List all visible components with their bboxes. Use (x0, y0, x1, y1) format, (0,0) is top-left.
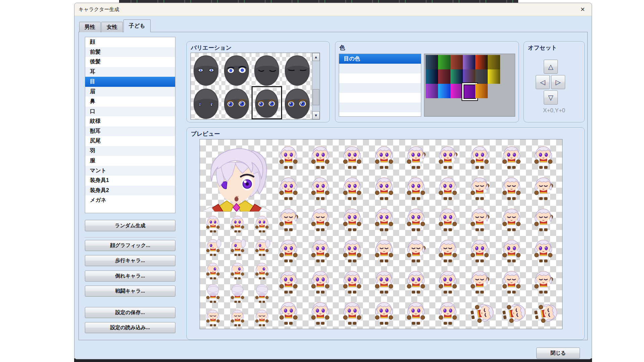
palette-swatch[interactable] (450, 84, 463, 98)
preview-sprite (497, 235, 526, 263)
variation-thumbnail[interactable] (252, 53, 282, 86)
palette-swatch[interactable] (450, 55, 463, 69)
preview-sprite (466, 204, 494, 232)
offset-right-button[interactable]: ▷ (551, 75, 565, 89)
color-feature-empty-row (339, 73, 421, 83)
preview-sprite (434, 204, 462, 232)
tab-female[interactable]: 女性 (101, 22, 123, 32)
scrollbar-thumb[interactable] (313, 89, 319, 105)
palette-swatch[interactable] (450, 69, 463, 84)
scroll-down-icon[interactable]: ▼ (312, 111, 320, 119)
preview-sprite (497, 266, 526, 295)
color-feature-list: 目の色 (339, 54, 421, 117)
parts-list-item[interactable]: 眉 (85, 87, 175, 97)
preview-sprite (203, 236, 223, 257)
palette-swatch[interactable] (426, 55, 438, 69)
preview-sprite (529, 173, 557, 201)
preview-sprite (306, 235, 334, 263)
parts-list-item[interactable]: 前髪 (85, 47, 175, 57)
parts-list-item[interactable]: 紋様 (85, 116, 175, 126)
parts-list-item[interactable]: 耳 (85, 67, 175, 77)
parts-list-item[interactable]: マント (85, 166, 175, 176)
color-feature-empty-row (339, 93, 421, 103)
color-feature-item[interactable]: 目の色 (339, 54, 421, 64)
palette-swatch[interactable] (438, 69, 450, 84)
parts-list-item[interactable]: 装身具2 (85, 186, 175, 196)
preview-sprite (402, 266, 430, 295)
offset-up-button[interactable]: △ (544, 60, 558, 74)
preview-face-portrait (202, 141, 272, 212)
parts-list-item[interactable]: 服 (85, 156, 175, 166)
parts-list-item[interactable]: 獣耳 (85, 126, 175, 136)
face-graphic-button[interactable]: 顔グラフィック... (85, 240, 175, 251)
preview-sprite (402, 173, 430, 201)
parts-list-item[interactable]: 口 (85, 107, 175, 117)
offset-value-label: X+0,Y+0 (524, 107, 584, 114)
tab-bar: 男性 女性 子ども (79, 20, 151, 32)
close-button[interactable]: 閉じる (536, 348, 580, 359)
preview-sprite (497, 142, 526, 170)
palette-swatch[interactable] (426, 69, 438, 84)
preview-sprite (306, 204, 334, 232)
scroll-up-icon[interactable]: ▲ (312, 53, 320, 61)
palette-swatch[interactable] (475, 55, 488, 69)
save-settings-button[interactable]: 設定の保存... (85, 307, 175, 318)
color-title: 色 (339, 44, 345, 52)
parts-list-item[interactable]: 装身具1 (85, 176, 175, 186)
variation-thumbnail[interactable] (252, 86, 282, 119)
preview-sprite (274, 173, 303, 201)
preview-sprite (338, 173, 366, 201)
preview-sprite (466, 173, 494, 201)
palette-swatch[interactable] (438, 84, 450, 98)
offset-panel: オフセット △ ◁ ▷ ▽ X+0,Y+0 (524, 41, 585, 122)
variation-scrollbar[interactable]: ▲ ▼ (312, 53, 320, 119)
offset-down-button[interactable]: ▽ (544, 90, 558, 105)
walk-character-button[interactable]: 歩行キャラ... (85, 255, 175, 266)
tab-male[interactable]: 男性 (79, 22, 101, 32)
divider (85, 237, 175, 238)
palette-swatch[interactable] (488, 69, 500, 84)
close-icon[interactable]: ✕ (578, 5, 587, 13)
palette-swatch[interactable] (463, 55, 475, 69)
parts-list-item[interactable]: メガネ (85, 195, 175, 205)
preview-sprite (434, 235, 462, 263)
preview-sprite (252, 236, 272, 257)
color-panel: 色 目の色 (335, 41, 519, 122)
preview-sprite (338, 204, 366, 232)
random-generate-button[interactable]: ランダム生成 (85, 220, 175, 231)
preview-sprite (529, 235, 557, 263)
parts-list-item[interactable]: 鼻 (85, 97, 175, 107)
preview-sprite (434, 173, 462, 201)
palette-swatch[interactable] (475, 84, 488, 98)
parts-list-item[interactable]: 顔 (85, 37, 175, 47)
preview-sprite (402, 298, 430, 326)
variation-thumbnail[interactable] (191, 53, 221, 86)
palette-swatch[interactable] (426, 84, 438, 98)
variation-thumbnail[interactable] (282, 53, 312, 86)
parts-list-item[interactable]: 後髪 (85, 57, 175, 67)
parts-list-item[interactable]: 尻尾 (85, 136, 175, 146)
parts-list-item[interactable]: 羽 (85, 146, 175, 156)
battle-character-button[interactable]: 戦闘キャラ... (85, 286, 175, 297)
palette-swatch[interactable] (463, 69, 475, 84)
palette-swatch[interactable] (438, 55, 450, 69)
palette-swatch[interactable] (488, 55, 500, 69)
tab-child[interactable]: 子ども (123, 19, 151, 32)
variation-thumbnail[interactable] (282, 86, 312, 119)
load-settings-button[interactable]: 設定の読み込み... (85, 322, 175, 333)
preview-sprite (466, 142, 494, 170)
variation-title: バリエーション (191, 44, 231, 52)
variation-thumbnail[interactable] (221, 86, 252, 119)
offset-left-button[interactable]: ◁ (536, 75, 550, 89)
preview-sprite (306, 142, 334, 170)
preview-sprite (338, 142, 366, 170)
parts-list-item[interactable]: 目 (85, 77, 175, 87)
preview-sprite (466, 266, 494, 295)
parts-list: 顔前髪後髪耳目眉鼻口紋様獣耳尻尾羽服マント装身具1装身具2メガネ (85, 37, 175, 213)
variation-thumbnail[interactable] (191, 86, 221, 119)
palette-swatch[interactable] (475, 69, 488, 84)
palette-swatch[interactable] (464, 84, 476, 99)
down-character-button[interactable]: 倒れキャラ... (85, 270, 175, 282)
preview-sprite (274, 142, 303, 170)
variation-thumbnail[interactable] (221, 53, 252, 86)
